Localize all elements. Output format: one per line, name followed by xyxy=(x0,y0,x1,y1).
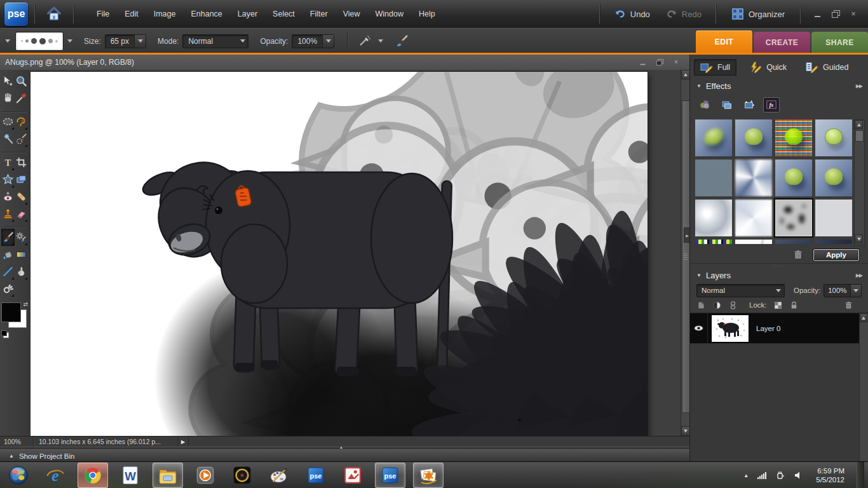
show-desktop-button[interactable] xyxy=(857,462,864,488)
power-icon[interactable] xyxy=(775,470,785,480)
zoom-level-field[interactable]: 100% xyxy=(0,437,34,447)
layer-styles-category-button[interactable] xyxy=(719,97,735,112)
selbrush-tool[interactable] xyxy=(15,130,28,147)
smudge-tool[interactable] xyxy=(15,263,28,280)
delete-layer-icon[interactable] xyxy=(844,301,853,310)
taskbar-pse-button[interactable] xyxy=(301,463,330,487)
marquee-tool[interactable] xyxy=(1,113,15,130)
collapse-triangle-icon[interactable]: ▼ xyxy=(696,273,702,278)
canvas[interactable] xyxy=(31,72,648,436)
cookie-tool[interactable] xyxy=(1,171,15,188)
close-icon[interactable]: × xyxy=(849,10,858,18)
eyedropper-tool[interactable] xyxy=(15,90,28,107)
doc-restore-icon[interactable] xyxy=(656,59,663,65)
delete-effect-icon[interactable] xyxy=(792,249,804,261)
taskbar-word-button[interactable] xyxy=(116,463,145,487)
tab-full-edit[interactable]: Full xyxy=(694,59,736,76)
blend-mode-dropdown[interactable]: Normal xyxy=(696,284,785,297)
layer-opacity-dropdown[interactable]: 100% xyxy=(824,284,862,297)
photo-effects-category-button[interactable] xyxy=(741,97,757,112)
stamp-tool[interactable] xyxy=(1,205,15,222)
eraser-tool[interactable] xyxy=(15,205,28,222)
type-tool[interactable] xyxy=(1,154,15,171)
taskbar-explorer-button[interactable] xyxy=(153,463,183,488)
tab-guided-edit[interactable]: Guided xyxy=(799,59,855,76)
effect-thumbnail[interactable] xyxy=(695,119,732,156)
panel-menu-icon[interactable]: ▶▶ xyxy=(856,273,862,278)
taskbar-wmp-button[interactable] xyxy=(191,463,220,487)
move-tool[interactable] xyxy=(1,72,15,90)
effect-thumbnail[interactable] xyxy=(815,200,852,236)
scrollbar-thumb[interactable] xyxy=(855,130,864,142)
undo-button[interactable]: Undo xyxy=(606,8,658,20)
layers-panel-header[interactable]: ▼ Layers ▶▶ xyxy=(690,268,868,282)
redeye-tool[interactable] xyxy=(1,188,15,205)
tray-hidden-icons-arrow[interactable]: ▲ xyxy=(743,473,749,478)
brush-tool[interactable] xyxy=(1,229,15,246)
heal-tool[interactable] xyxy=(15,188,28,205)
tab-share[interactable]: SHARE xyxy=(811,32,868,53)
tab-quick-edit[interactable]: Quick xyxy=(743,59,793,76)
effect-thumbnail[interactable] xyxy=(815,159,852,196)
scroll-down-icon[interactable] xyxy=(855,234,863,243)
effect-thumbnail[interactable] xyxy=(695,200,732,236)
brush-settings-button[interactable] xyxy=(393,34,410,49)
brush-picker-arrow-icon[interactable] xyxy=(67,39,72,43)
menu-view[interactable]: View xyxy=(336,0,368,28)
clock[interactable]: 6:59 PM 5/5/2012 xyxy=(816,466,844,484)
gradient-tool[interactable] xyxy=(15,246,28,263)
opacity-dropdown[interactable]: 100% xyxy=(292,34,334,48)
tab-create[interactable]: CREATE xyxy=(754,32,810,53)
swap-colors-icon[interactable]: ⇄ xyxy=(23,301,28,308)
layer-row[interactable]: Layer 0 xyxy=(690,313,860,344)
filters-category-button[interactable] xyxy=(696,97,713,112)
doc-minimize-icon[interactable] xyxy=(639,59,647,65)
canvas-vertical-scrollbar[interactable] xyxy=(681,70,690,436)
link-layers-icon[interactable] xyxy=(728,301,738,310)
brush-preset-arrow-icon[interactable] xyxy=(5,39,10,43)
status-options-arrow-icon[interactable]: ▶ xyxy=(178,437,189,447)
new-layer-icon[interactable] xyxy=(696,301,706,310)
layer-thumbnail[interactable] xyxy=(712,315,749,342)
restore-icon[interactable] xyxy=(831,10,840,18)
panel-resize-handle[interactable]: ...... xyxy=(690,264,868,266)
layers-scrollbar[interactable] xyxy=(859,313,868,462)
organizer-button[interactable]: Organizer xyxy=(722,8,794,20)
effect-thumbnail[interactable] xyxy=(735,119,772,156)
taskbar-organizer-button[interactable] xyxy=(413,463,444,488)
menu-window[interactable]: Window xyxy=(368,0,411,28)
effect-thumbnail[interactable] xyxy=(775,240,812,244)
effect-thumbnail[interactable] xyxy=(735,240,772,244)
menu-image[interactable]: Image xyxy=(146,0,184,28)
airbrush-options-arrow-icon[interactable] xyxy=(378,39,383,43)
taskbar-ie-button[interactable] xyxy=(41,463,70,487)
tab-edit[interactable]: EDIT xyxy=(696,30,752,53)
hand-tool[interactable] xyxy=(1,90,15,107)
effects-scrollbar[interactable] xyxy=(854,119,865,245)
menu-select[interactable]: Select xyxy=(265,0,302,28)
effect-thumbnail[interactable] xyxy=(735,159,772,196)
scroll-up-icon[interactable] xyxy=(860,313,867,322)
panel-menu-icon[interactable]: ▶▶ xyxy=(856,83,862,89)
effect-thumbnail[interactable] xyxy=(695,240,732,244)
scroll-down-icon[interactable] xyxy=(681,426,690,436)
menu-file[interactable]: File xyxy=(89,0,117,28)
taskbar-palette-button[interactable] xyxy=(264,463,294,487)
effect-thumbnail[interactable] xyxy=(815,119,852,156)
menu-layer[interactable]: Layer xyxy=(230,0,265,28)
foreground-color-swatch[interactable] xyxy=(2,303,20,322)
menu-edit[interactable]: Edit xyxy=(117,0,146,28)
layer-visibility-toggle[interactable] xyxy=(690,313,708,343)
mode-dropdown[interactable]: Normal xyxy=(182,34,248,48)
lock-all-icon[interactable] xyxy=(789,301,799,310)
effect-thumbnail[interactable] xyxy=(775,159,812,196)
effects-panel-header[interactable]: ▼ Effects ▶▶ xyxy=(690,79,868,93)
menu-help[interactable]: Help xyxy=(411,0,443,28)
home-button[interactable] xyxy=(41,3,67,25)
effect-thumbnail[interactable] xyxy=(815,240,852,244)
effect-thumbnail-selected[interactable] xyxy=(775,200,812,236)
lock-transparency-icon[interactable] xyxy=(773,301,783,310)
smartbrush-tool[interactable] xyxy=(15,229,28,246)
minimize-icon[interactable] xyxy=(813,10,822,18)
wand-tool[interactable] xyxy=(1,130,15,147)
